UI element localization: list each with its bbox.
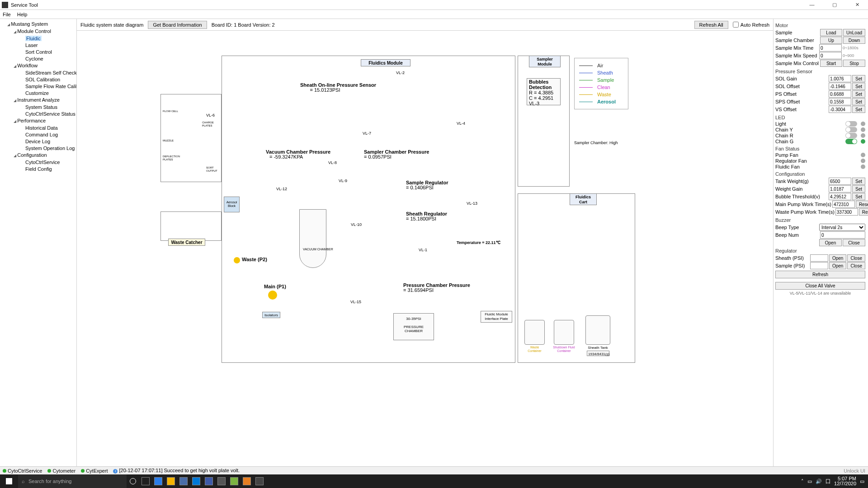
beep-num-input[interactable] [820,231,865,239]
taskbar-app-9[interactable] [253,474,266,488]
stop-button[interactable]: Stop [843,60,865,67]
taskbar-app-3[interactable] [177,474,190,488]
unload-button[interactable]: UnLoad [843,29,865,36]
task-view-icon[interactable] [139,474,152,488]
bubble-threshold-input[interactable] [829,193,851,200]
start-button[interactable] [0,474,18,488]
led-chainy-toggle[interactable] [845,127,857,132]
ps-offset-input[interactable] [829,90,851,98]
tree-item-cytoctrlservice[interactable]: CytoCtrlService [20,159,75,166]
down-button[interactable]: Down [843,37,865,44]
tank-weight-input[interactable] [829,178,851,185]
beep-type-select[interactable]: Interval 2s [819,224,865,231]
tree-item-cyclone[interactable]: Cyclone [20,56,75,62]
reg-sample-close[interactable]: Close [847,262,865,269]
taskbar-app-6[interactable] [215,474,228,488]
reg-sheath-open[interactable]: Open [829,254,846,262]
tree-module-control[interactable]: Module Control Fluidic Laser Sort Contro… [14,28,75,62]
sol-offset-set[interactable]: Set [852,83,865,90]
tree-item-laser[interactable]: Laser [20,42,75,49]
vs-offset-input[interactable] [829,106,851,113]
waste-pump-reset[interactable]: Reset [859,208,868,216]
refresh-all-button[interactable]: Refresh All [694,21,728,29]
regulator-refresh[interactable]: Refresh [775,271,865,278]
main-pump-reset[interactable]: Reset [856,201,868,208]
tree-item-system-status[interactable]: System Status [20,104,75,111]
buzzer-close[interactable]: Close [843,239,865,246]
tree-root[interactable]: Mustang System Module Control Fluidic La… [7,21,75,173]
buzzer-open[interactable]: Open [819,239,842,246]
tray-network-icon[interactable]: ▭ [807,479,812,484]
tree-item-sort-control[interactable]: Sort Control [20,49,75,56]
cortana-icon[interactable] [127,474,139,488]
start-button[interactable]: Start [820,60,842,67]
tree-item-flowrate-cal[interactable]: Sample Flow Rate Calibration [20,83,75,90]
waste-pump-time-input[interactable] [835,208,858,216]
tray-ime-icon[interactable]: 囗 [826,478,830,485]
bubble-threshold-set[interactable]: Set [852,193,865,200]
valve-note: VL-5/VL-11/VL-14 are unavailable [775,291,865,296]
led-light-toggle[interactable] [845,121,857,127]
nav-tree[interactable]: Mustang System Module Control Fluidic La… [0,19,77,466]
reg-sample-open[interactable]: Open [829,262,846,269]
tank-weight-label: Tank Weight(g) [775,178,828,184]
aerosol-block: Aerosol Block [224,197,240,212]
ps-offset-set[interactable]: Set [852,90,865,98]
main-pump-time-input[interactable] [832,201,855,208]
led-chainr-toggle[interactable] [845,133,857,138]
mix-speed-input[interactable] [819,52,842,59]
tree-item-historical[interactable]: Historical Data [20,125,75,131]
tree-item-sysop-log[interactable]: System Operation Log [20,145,75,152]
menu-file[interactable]: File [3,12,11,17]
taskbar-app-4[interactable] [190,474,203,488]
tree-item-sidestream[interactable]: SideStream Self Check [20,70,75,76]
tree-configuration[interactable]: Configuration CytoCtrlService Field Conf… [14,152,75,173]
tray-volume-icon[interactable]: 🔊 [816,479,822,484]
close-button[interactable]: ✕ [848,2,866,8]
sps-offset-set[interactable]: Set [852,98,865,105]
taskbar-app-1[interactable] [152,474,165,488]
sol-gain-input[interactable] [829,75,851,82]
taskbar-app-7[interactable] [228,474,241,488]
reg-sheath-input[interactable] [810,254,828,262]
load-button[interactable]: Load [820,29,842,36]
weight-gain-set[interactable]: Set [852,185,865,192]
sol-gain-set[interactable]: Set [852,75,865,82]
tree-item-command-log[interactable]: Command Log [20,131,75,138]
tree-item-cytoctrl-status[interactable]: CytoCtrlService Status [20,111,75,117]
tree-item-customize[interactable]: Customize [20,90,75,97]
taskbar-app-5[interactable] [203,474,215,488]
led-chaing-toggle[interactable] [845,139,857,144]
system-tray[interactable]: ˄ ▭ 🔊 囗 5:07 PM 12/7/2020 ▭ [801,476,868,486]
tree-instrument-analyze[interactable]: Instrument Analyze System Status CytoCtr… [14,97,75,117]
menu-help[interactable]: Help [17,12,28,17]
mix-time-input[interactable] [819,44,842,52]
reg-sheath-close[interactable]: Close [847,254,865,262]
unlock-ui-button[interactable]: Unlock UI [844,468,865,474]
sps-offset-input[interactable] [829,98,851,105]
reg-sample-input[interactable] [810,262,828,269]
maximize-button[interactable]: ▢ [826,2,844,8]
weight-gain-input[interactable] [829,185,851,192]
tray-clock[interactable]: 5:07 PM 12/7/2020 [834,476,856,486]
tank-weight-set[interactable]: Set [852,178,865,185]
auto-refresh-checkbox[interactable] [733,22,739,28]
minimize-button[interactable]: — [803,2,821,8]
tray-chevron-icon[interactable]: ˄ [801,479,804,484]
up-button[interactable]: Up [820,37,842,44]
close-all-valve-button[interactable]: Close All Valve [775,282,865,290]
taskbar-app-8[interactable] [241,474,253,488]
tree-item-device-log[interactable]: Device Log [20,138,75,145]
tree-performance[interactable]: Performance Historical Data Command Log … [14,117,75,152]
tree-workflow[interactable]: Workflow SideStream Self Check SOL Calib… [14,62,75,97]
taskbar-search[interactable]: ⌕ Search for anything [18,474,127,488]
taskbar-app-2[interactable] [165,474,177,488]
sol-offset-input[interactable] [829,83,851,90]
tree-item-fluidic[interactable]: Fluidic [20,35,75,42]
auto-refresh-check[interactable]: Auto Refresh [733,22,769,28]
get-board-info-button[interactable]: Get Board Information [148,21,207,29]
tray-notifications-icon[interactable]: ▭ [860,479,864,484]
vs-offset-set[interactable]: Set [852,106,865,113]
tree-item-field-config[interactable]: Field Config [20,166,75,173]
tree-item-sol-cal[interactable]: SOL Calibration [20,76,75,83]
